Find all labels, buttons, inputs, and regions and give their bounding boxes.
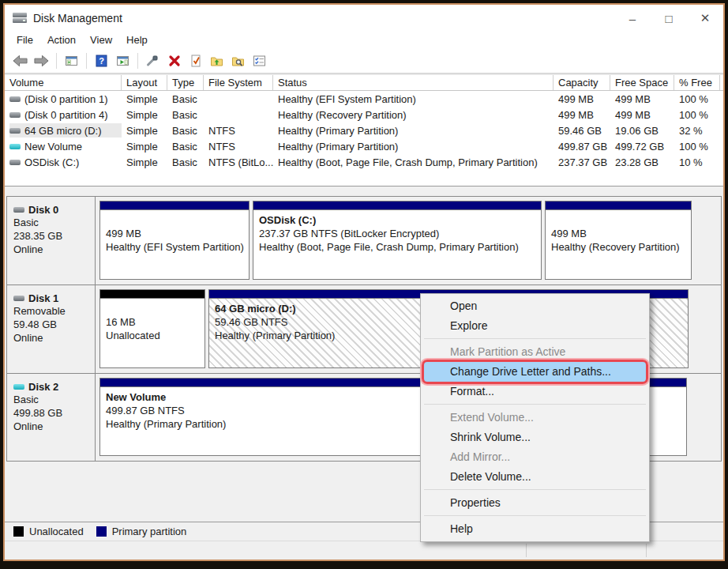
- partition-line: Healthy (EFI System Partition): [106, 240, 243, 254]
- volume-name: (Disk 0 partition 4): [9, 107, 122, 122]
- context-menu-item-help[interactable]: Help: [422, 519, 647, 539]
- status-bar-divider: [526, 544, 527, 557]
- column-header-capacity[interactable]: Capacity: [554, 75, 610, 90]
- disk-name: Disk 2: [28, 381, 58, 393]
- table-row[interactable]: 64 GB micro (D:)SimpleBasicNTFSHealthy (…: [5, 122, 723, 138]
- partition-type-strip: [100, 202, 249, 210]
- maximize-icon[interactable]: □: [651, 5, 687, 32]
- context-menu-separator: [424, 338, 646, 339]
- partition-info: OSDisk (C:)237.37 GB NTFS (BitLocker Enc…: [253, 210, 541, 279]
- volume-table-body: (Disk 0 partition 1)SimpleBasicHealthy (…: [5, 91, 723, 170]
- table-row[interactable]: (Disk 0 partition 1)SimpleBasicHealthy (…: [5, 91, 723, 107]
- context-menu-separator: [424, 515, 646, 516]
- cell-file_system: NTFS: [204, 141, 273, 153]
- menu-file[interactable]: File: [9, 32, 40, 49]
- context-menu-item-format[interactable]: Format...: [422, 382, 647, 401]
- legend-swatch: [13, 526, 24, 537]
- cell-layout: Simple: [122, 125, 167, 137]
- disk-header[interactable]: Disk 0Basic238.35 GBOnline: [7, 197, 96, 284]
- disk-header[interactable]: Disk 1Removable59.48 GBOnline: [7, 285, 96, 373]
- partition-region[interactable]: 499 MBHealthy (EFI System Partition): [99, 201, 250, 280]
- partition-region[interactable]: OSDisk (C:)237.37 GB NTFS (BitLocker Enc…: [253, 201, 542, 280]
- column-header-status[interactable]: Status: [273, 75, 554, 90]
- cell-type: Basic: [167, 93, 204, 105]
- cell-file_system: NTFS (BitLo...: [204, 156, 273, 168]
- disk-info-line: 59.48 GB: [13, 318, 90, 331]
- folder-search-icon[interactable]: [229, 52, 247, 70]
- partition-line: Healthy (Boot, Page File, Crash Dump, Pr…: [259, 240, 535, 254]
- disk-header[interactable]: Disk 2Basic499.88 GBOnline: [7, 374, 96, 461]
- cell-pct_free: 100 %: [674, 93, 720, 105]
- column-header-free_space[interactable]: Free Space: [610, 75, 674, 90]
- disk-title: Disk 2: [13, 381, 90, 393]
- partition-region[interactable]: 499 MBHealthy (Recovery Partition): [545, 201, 692, 280]
- column-header-file_system[interactable]: File System: [204, 75, 273, 90]
- context-menu-item-delete-volume[interactable]: Delete Volume...: [422, 467, 647, 487]
- drive-icon: [9, 112, 21, 118]
- table-row[interactable]: (Disk 0 partition 4)SimpleBasicHealthy (…: [5, 107, 723, 122]
- cell-pct_free: 100 %: [674, 141, 720, 153]
- volume-name: New Volume: [9, 139, 122, 153]
- cell-layout: Simple: [122, 141, 167, 153]
- disk-info-line: Online: [13, 243, 90, 256]
- folder-up-icon[interactable]: [208, 52, 226, 70]
- column-header-pct_free[interactable]: % Free: [674, 75, 720, 90]
- disk-row-disk-0: Disk 0Basic238.35 GBOnline499 MBHealthy …: [6, 196, 722, 284]
- cell-volume: 64 GB micro (D:): [5, 123, 122, 138]
- cell-pct_free: 100 %: [674, 109, 720, 121]
- menu-action[interactable]: Action: [40, 32, 83, 49]
- disk-name: Disk 0: [28, 204, 58, 216]
- context-menu-item-explore[interactable]: Explore: [422, 316, 647, 336]
- context-menu-separator: [424, 489, 646, 490]
- partition-line: Unallocated: [106, 329, 199, 342]
- tool-icon[interactable]: [144, 52, 162, 70]
- column-header-layout[interactable]: Layout: [122, 75, 167, 90]
- window-controls: – □ ✕: [614, 5, 723, 32]
- context-menu-item-properties[interactable]: Properties: [422, 493, 647, 513]
- cell-status: Healthy (Boot, Page File, Crash Dump, Pr…: [273, 156, 554, 168]
- partitions: 499 MBHealthy (EFI System Partition)OSDi…: [96, 197, 721, 284]
- check-document-icon[interactable]: [186, 52, 205, 70]
- context-menu-item-change-drive-letter-and-paths[interactable]: Change Drive Letter and Paths...: [422, 362, 647, 382]
- help-icon[interactable]: ?: [92, 52, 111, 70]
- cell-status: Healthy (Primary Partition): [273, 125, 554, 137]
- context-menu-item-mark-partition-as-active: Mark Partition as Active: [422, 342, 647, 362]
- back-icon[interactable]: [11, 52, 29, 70]
- cell-volume: (Disk 0 partition 1): [5, 92, 122, 106]
- cell-status: Healthy (EFI System Partition): [273, 93, 554, 105]
- context-menu-separator: [424, 404, 646, 405]
- menu-view[interactable]: View: [83, 32, 119, 49]
- context-menu-item-add-mirror: Add Mirror...: [422, 447, 647, 467]
- legend-item: Unallocated: [13, 526, 84, 537]
- context-menu-item-open[interactable]: Open: [422, 296, 647, 316]
- console-window-icon[interactable]: [62, 52, 81, 70]
- drive-icon: [9, 144, 21, 149]
- checklist-icon[interactable]: [250, 52, 268, 70]
- partition-label: [551, 213, 685, 227]
- partition-label: [106, 302, 199, 315]
- minimize-icon[interactable]: –: [614, 5, 651, 32]
- forward-icon[interactable]: [32, 52, 51, 70]
- partition-type-strip: [253, 202, 541, 210]
- cell-capacity: 237.37 GB: [554, 156, 610, 168]
- context-menu-item-shrink-volume[interactable]: Shrink Volume...: [422, 428, 647, 447]
- column-header-type[interactable]: Type: [167, 75, 204, 90]
- toolbar-separator: [56, 53, 57, 69]
- table-row[interactable]: New VolumeSimpleBasicNTFSHealthy (Primar…: [5, 138, 723, 154]
- volume-label: OSDisk (C:): [24, 156, 79, 168]
- delete-icon[interactable]: [165, 52, 183, 70]
- drive-icon: [9, 96, 21, 102]
- table-row[interactable]: OSDisk (C:)SimpleBasicNTFS (BitLo...Heal…: [5, 154, 723, 170]
- cell-layout: Simple: [122, 156, 167, 168]
- close-icon[interactable]: ✕: [687, 5, 723, 32]
- partition-line: Healthy (Recovery Partition): [551, 240, 685, 254]
- cell-capacity: 59.46 GB: [554, 125, 610, 137]
- menu-help[interactable]: Help: [119, 32, 155, 49]
- partition-type-strip: [546, 202, 691, 210]
- disk-info-line: 238.35 GB: [13, 229, 90, 243]
- toolbar-separator: [86, 53, 87, 69]
- column-header-volume[interactable]: Volume: [5, 75, 122, 90]
- unallocated-region[interactable]: 16 MBUnallocated: [99, 289, 205, 368]
- console-play-icon[interactable]: [114, 52, 132, 70]
- legend-item: Primary partition: [96, 526, 187, 537]
